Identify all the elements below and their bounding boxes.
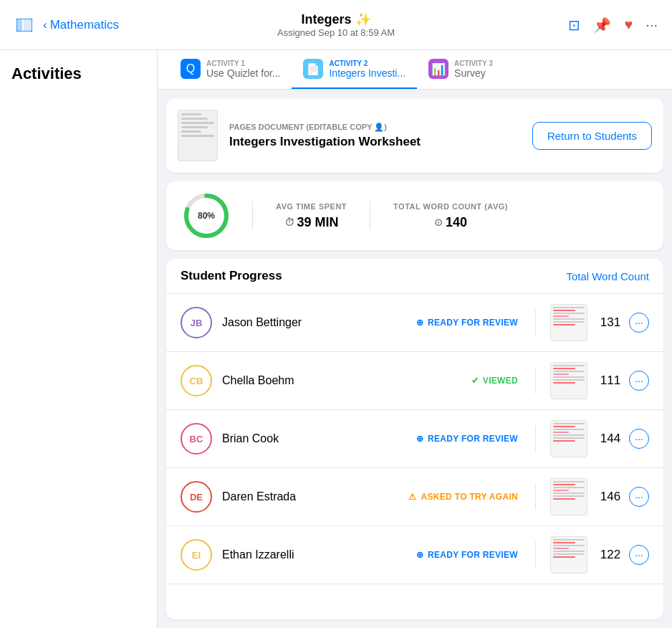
stats-section: 80% AVG TIME SPENT ⏱ 39 MIN TOTAL WORD C… [166, 181, 663, 250]
student-status: ✔ VIEWED [396, 376, 518, 386]
student-more-button[interactable]: ··· [629, 545, 649, 565]
status-icon: ⊕ [416, 550, 423, 560]
return-to-students-button[interactable]: Return to Students [532, 122, 652, 150]
tab-label-3: Survey [454, 67, 493, 79]
student-word-count: 122 [596, 548, 625, 562]
document-section: PAGES DOCUMENT (EDITABLE COPY 👤) Integer… [166, 98, 663, 173]
student-progress-title: Student Progress [181, 269, 282, 283]
preview-line [553, 318, 585, 320]
student-row: CB Chella Boehm ✔ VIEWED 111 ··· [166, 352, 663, 410]
preview-line [553, 321, 585, 323]
doc-thumbnail [178, 110, 218, 161]
student-more-button[interactable]: ··· [629, 429, 649, 449]
more-icon[interactable]: ··· [645, 16, 658, 33]
student-doc-preview[interactable] [550, 536, 587, 574]
svg-rect-1 [24, 19, 32, 32]
pin-icon[interactable]: 📌 [593, 16, 611, 34]
word-count-value: ⊙ 140 [393, 215, 508, 230]
tab-activity-1[interactable]: Q ACTIVITY 1 Use Quizlet for... [169, 50, 292, 89]
student-more-button[interactable]: ··· [629, 371, 649, 391]
svg-rect-0 [16, 19, 22, 32]
student-more-button[interactable]: ··· [629, 313, 649, 333]
row-divider [535, 542, 536, 568]
preview-line [553, 434, 585, 436]
back-navigation[interactable]: ‹ Mathematics [43, 18, 119, 32]
student-row: EI Ethan Izzarelli ⊕ READY FOR REVIEW 12… [166, 526, 663, 584]
tab-activity-3[interactable]: 📊 ACTIVITY 3 Survey [417, 50, 510, 89]
tab-number-1: ACTIVITY 1 [206, 60, 280, 67]
row-divider [535, 426, 536, 452]
avg-time-number: 39 MIN [297, 215, 339, 230]
preview-line [553, 495, 585, 497]
preview-line [553, 498, 575, 500]
student-row: BC Brian Cook ⊕ READY FOR REVIEW 144 ··· [166, 410, 663, 468]
preview-line [553, 376, 585, 378]
row-divider [535, 310, 536, 336]
left-sidebar: Activities [0, 50, 158, 628]
preview-line [553, 365, 585, 366]
row-divider [535, 484, 536, 510]
doc-line [181, 130, 201, 133]
page-title: Integers ✨ [172, 11, 500, 27]
student-doc-preview[interactable] [550, 478, 587, 515]
preview-line [553, 310, 575, 311]
tab-icon-1: Q [181, 59, 201, 79]
student-word-count: 131 [596, 315, 625, 330]
main-content: Activities Q ACTIVITY 1 Use Quizlet for.… [0, 50, 672, 628]
student-status: ⊕ READY FOR REVIEW [396, 550, 518, 560]
student-avatar: CB [181, 365, 212, 396]
status-label: ASKED TO TRY AGAIN [421, 492, 518, 502]
heart-icon[interactable]: ♥ [624, 16, 633, 33]
student-row: JB Jason Bettinger ⊕ READY FOR REVIEW 13… [166, 294, 663, 352]
sidebar-toggle-button[interactable] [14, 15, 34, 35]
header-center: Integers ✨ Assigned Sep 10 at 8:59 AM [172, 11, 500, 38]
student-more-button[interactable]: ··· [629, 487, 649, 507]
header-actions: ⊡ 📌 ♥ ··· [500, 16, 658, 34]
tab-icon-3: 📊 [428, 59, 448, 79]
status-label: VIEWED [483, 376, 518, 386]
preview-line [553, 324, 575, 325]
avg-time-value: ⏱ 39 MIN [276, 215, 347, 230]
word-count-label: TOTAL WORD COUNT (AVG) [393, 202, 508, 211]
tab-text-1: ACTIVITY 1 Use Quizlet for... [206, 60, 280, 79]
avg-time-label: AVG TIME SPENT [276, 202, 347, 211]
student-name: Chella Boehm [222, 374, 396, 387]
student-name: Brian Cook [222, 432, 396, 445]
row-divider [535, 368, 536, 394]
preview-line [553, 548, 569, 549]
app-header: ‹ Mathematics Integers ✨ Assigned Sep 10… [0, 0, 672, 50]
student-doc-preview[interactable] [550, 420, 587, 457]
student-status: ⊕ READY FOR REVIEW [396, 318, 518, 328]
preview-line [553, 307, 585, 308]
preview-line [553, 429, 585, 430]
header-left: ‹ Mathematics [14, 15, 172, 35]
student-name: Ethan Izzarelli [222, 548, 396, 561]
student-progress-section: Student Progress Total Word Count JB Jas… [166, 259, 663, 619]
doc-line [181, 126, 208, 128]
student-doc-preview[interactable] [550, 304, 587, 341]
preview-line [553, 437, 585, 439]
student-word-count: 144 [596, 432, 625, 446]
doc-info: PAGES DOCUMENT (EDITABLE COPY 👤) Integer… [229, 123, 521, 149]
stat-divider-2 [370, 201, 370, 230]
preview-line [553, 432, 569, 433]
tab-label-1: Use Quizlet for... [206, 67, 280, 79]
tab-activity-2[interactable]: 📄 ACTIVITY 2 Integers Investi... [292, 50, 417, 89]
copy-icon[interactable]: ⊡ [568, 16, 580, 34]
tab-icon-2: 📄 [303, 59, 323, 79]
preview-line [553, 440, 575, 442]
status-icon: ⊕ [416, 318, 423, 328]
student-name: Jason Bettinger [222, 316, 396, 329]
tab-label-2: Integers Investi... [329, 67, 405, 79]
preview-line [553, 539, 585, 541]
student-doc-preview[interactable] [550, 362, 587, 399]
status-label: READY FOR REVIEW [428, 434, 518, 444]
clock-icon: ⏱ [284, 217, 294, 228]
preview-line [553, 493, 585, 494]
preview-line [553, 556, 575, 558]
preview-line [553, 542, 575, 543]
doc-label: PAGES DOCUMENT (EDITABLE COPY 👤) [229, 123, 521, 132]
status-label: READY FOR REVIEW [428, 318, 518, 328]
right-panel: Q ACTIVITY 1 Use Quizlet for... 📄 ACTIVI… [158, 50, 672, 628]
activity-tabs: Q ACTIVITY 1 Use Quizlet for... 📄 ACTIVI… [158, 50, 672, 90]
